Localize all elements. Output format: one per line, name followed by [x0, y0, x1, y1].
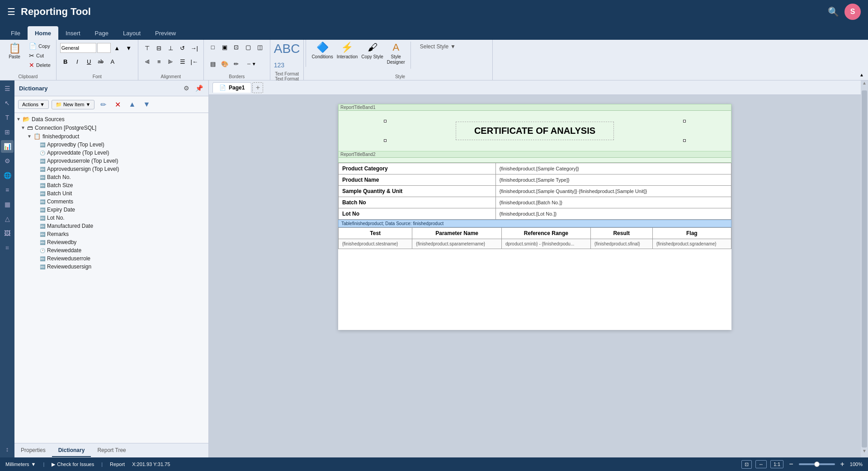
list-item[interactable]: 🔤 Approvedby (Top Level): [14, 141, 208, 149]
dict-pin-button[interactable]: 📌: [194, 83, 204, 93]
tab-home[interactable]: Home: [28, 26, 58, 40]
border-btn-3[interactable]: ⊡: [231, 42, 242, 52]
border-btn-6[interactable]: ▤: [208, 58, 218, 69]
tab-page[interactable]: Page: [88, 26, 116, 40]
indent-decrease[interactable]: |←: [189, 56, 200, 67]
right-scroll[interactable]: ▲ ▼: [861, 80, 868, 457]
zoom-in-button[interactable]: +: [839, 460, 846, 468]
copy-button[interactable]: 📄 Copy: [27, 42, 52, 51]
list-item[interactable]: 🔤 Expiry Date: [14, 206, 208, 214]
fill-color[interactable]: 🎨: [219, 58, 230, 69]
font-color-button[interactable]: A: [107, 56, 118, 67]
align-top[interactable]: ⊤: [142, 42, 153, 53]
chart-tool-icon[interactable]: 📊: [1, 140, 14, 153]
tree-item-data-sources[interactable]: ▼ 📂 Data Sources: [14, 115, 208, 123]
align-left[interactable]: ⫷: [142, 56, 153, 67]
style-designer-button[interactable]: Style Designer: [387, 54, 405, 65]
search-button[interactable]: 🔍: [828, 6, 839, 17]
list-item[interactable]: 🔤 Approveduserrole (Top Level): [14, 157, 208, 165]
edit-icon-button[interactable]: ✏: [97, 99, 109, 110]
pointer-icon[interactable]: ↖: [1, 97, 14, 109]
fit-width-button[interactable]: ↔: [755, 460, 767, 468]
dict-settings-button[interactable]: ⚙: [181, 83, 191, 93]
user-avatar[interactable]: S: [844, 4, 861, 20]
connector-icon[interactable]: ⌗: [1, 241, 14, 254]
tree-item-connection[interactable]: ▼ 🗃 Connection [PostgreSQL]: [14, 123, 208, 132]
canvas-scroll[interactable]: ReportTitleBand1 CERTIFICATE OF ANALYSIS…: [209, 95, 861, 457]
font-size-down[interactable]: ▼: [123, 42, 134, 53]
actions-button[interactable]: Actions ▼: [18, 100, 49, 109]
settings-tool-icon[interactable]: ⚙: [1, 155, 14, 167]
conditions-button[interactable]: Conditions: [311, 54, 333, 60]
tab-preview[interactable]: Preview: [148, 26, 183, 40]
hamburger-icon[interactable]: ☰: [7, 6, 15, 17]
interaction-button[interactable]: Interaction: [337, 54, 358, 60]
strikethrough-button[interactable]: ab̶: [95, 56, 106, 67]
scroll-tool-icon[interactable]: ↕: [1, 443, 14, 456]
font-size-up[interactable]: ▲: [112, 42, 123, 53]
tab-dictionary[interactable]: Dictionary: [52, 444, 91, 457]
tree-item-table[interactable]: ▼ 📋 finishedproduct: [14, 132, 208, 141]
list-item[interactable]: 🕐 Revieweddate: [14, 246, 208, 254]
font-size-input[interactable]: [97, 43, 111, 53]
list-item[interactable]: 🕐 Approveddate (Top Level): [14, 149, 208, 157]
list-item[interactable]: 🔤 Comments: [14, 198, 208, 206]
layers-icon[interactable]: ☰: [1, 82, 14, 95]
shape-tool-icon[interactable]: △: [1, 212, 14, 225]
zoom-slider[interactable]: [799, 463, 835, 465]
globe-icon[interactable]: 🌐: [1, 169, 14, 182]
align-middle[interactable]: ⊟: [154, 42, 165, 53]
list-item[interactable]: 🔤 Remarks: [14, 230, 208, 238]
image-tool-icon[interactable]: 🖼: [1, 227, 14, 240]
100pct-button[interactable]: 1:1: [770, 460, 783, 468]
delete-button[interactable]: ✕ Delete: [27, 61, 52, 70]
border-btn-1[interactable]: □: [208, 42, 218, 52]
border-btn-5[interactable]: ◫: [255, 42, 265, 52]
list-item[interactable]: 🔤 Reviewedusersign: [14, 263, 208, 271]
zoom-out-button[interactable]: −: [787, 460, 795, 468]
text-tool-icon[interactable]: T: [1, 111, 14, 124]
list-item[interactable]: 🔤 Batch Unit: [14, 189, 208, 198]
copy-style-button[interactable]: Copy Style: [361, 54, 383, 60]
tab-insert[interactable]: Insert: [58, 26, 88, 40]
list-tool-icon[interactable]: ≡: [1, 184, 14, 196]
select-style-button[interactable]: Select Style ▼: [420, 43, 456, 50]
list-item[interactable]: 🔤 Reviewedby: [14, 238, 208, 246]
unit-indicator[interactable]: Millimeters ▼: [5, 462, 36, 467]
border-btn-2[interactable]: ▣: [219, 42, 230, 52]
ribbon-collapse-button[interactable]: ▲: [857, 71, 866, 78]
list-item[interactable]: 🔤 Revieweduserrole: [14, 254, 208, 263]
bold-button[interactable]: B: [60, 56, 71, 67]
tab-file[interactable]: File: [4, 26, 28, 40]
grid-icon[interactable]: ▦: [1, 198, 14, 211]
page1-tab[interactable]: 📄 Page1: [212, 82, 251, 93]
border-style[interactable]: ─ ▼: [243, 58, 261, 69]
list-item[interactable]: 🔤 Manufactured Date: [14, 222, 208, 230]
move-down-button[interactable]: ▼: [141, 99, 152, 110]
new-item-button[interactable]: 📁 New Item ▼: [52, 100, 94, 109]
list-item[interactable]: 🔤 Approvedusersign (Top Level): [14, 165, 208, 173]
check-issues-button[interactable]: ▶ Check for Issues: [52, 462, 94, 467]
paste-button[interactable]: 📋 Paste: [4, 42, 25, 61]
indent-increase[interactable]: →|: [189, 42, 200, 53]
border-btn-4[interactable]: ▢: [243, 42, 254, 52]
table-tool-icon[interactable]: ⊞: [1, 126, 14, 138]
border-color[interactable]: ✏: [231, 58, 242, 69]
list-item[interactable]: 🔤 Batch No.: [14, 173, 208, 181]
add-page-button[interactable]: +: [252, 82, 263, 93]
tab-report-tree[interactable]: Report Tree: [91, 444, 132, 457]
italic-button[interactable]: I: [72, 56, 83, 67]
fit-page-button[interactable]: ⊡: [741, 460, 752, 469]
move-up-button[interactable]: ▲: [126, 99, 138, 110]
list-item[interactable]: 🔤 Batch Size: [14, 181, 208, 189]
rotate-btn[interactable]: ↺: [177, 42, 188, 53]
align-right[interactable]: ⫸: [165, 56, 176, 67]
cut-button[interactable]: ✂ Cut: [27, 51, 52, 60]
tab-layout[interactable]: Layout: [116, 26, 148, 40]
list-item[interactable]: 🔤 Lot No.: [14, 214, 208, 222]
delete-icon-button[interactable]: ✕: [112, 99, 123, 110]
font-family-input[interactable]: [60, 43, 96, 53]
align-bottom[interactable]: ⊥: [165, 42, 176, 53]
underline-button[interactable]: U: [84, 56, 94, 67]
align-center[interactable]: ≡: [154, 56, 165, 67]
